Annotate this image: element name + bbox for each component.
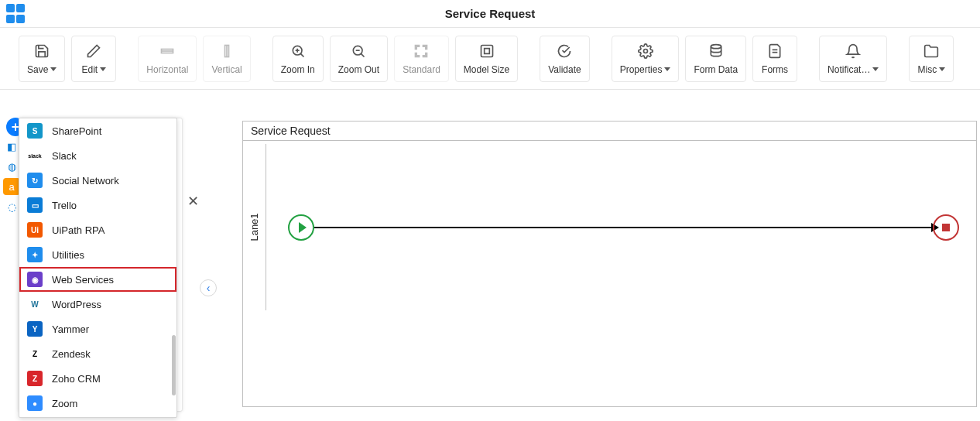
forms-button[interactable]: Forms [752, 36, 797, 82]
dropdown-item-label: Zoom [52, 398, 77, 409]
service-dropdown: SSharePointslackSlack↻Social Network▭Tre… [19, 118, 177, 418]
svg-point-13 [711, 44, 721, 48]
dropdown-item-trello[interactable]: ▭Trello [19, 193, 176, 217]
service-icon: ↻ [27, 173, 43, 188]
dropdown-item-label: SharePoint [52, 125, 101, 137]
vertical-label: Vertical [211, 64, 242, 75]
dropdown-item-yammer[interactable]: YYammer [19, 317, 176, 341]
canvas-title: Service Request [243, 122, 976, 141]
forms-label: Forms [762, 64, 788, 75]
standard-button: Standard [394, 36, 449, 82]
dropdown-item-label: WordPress [52, 299, 101, 310]
save-icon [33, 43, 50, 60]
dropdown-item-utilities[interactable]: ✦Utilities [19, 242, 176, 267]
service-icon: Ui [27, 222, 43, 238]
properties-label: Properties [620, 64, 671, 75]
dropdown-item-zoom[interactable]: ●Zoom [19, 391, 176, 416]
dropdown-item-zoho-crm[interactable]: ZZoho CRM [19, 366, 176, 391]
dropdown-item-slack[interactable]: slackSlack [19, 143, 176, 168]
sequence-flow[interactable] [314, 227, 933, 228]
scrollbar[interactable] [172, 335, 176, 395]
zoom-out-label: Zoom Out [338, 64, 379, 75]
gear-icon [637, 43, 654, 60]
edit-button[interactable]: Edit [71, 36, 116, 82]
standard-label: Standard [403, 64, 440, 75]
edit-icon [85, 43, 102, 60]
rail-icon[interactable]: ◍ [3, 158, 20, 175]
toolbar: Save Edit Horizontal Vertical Zoom In Zo… [0, 28, 980, 90]
start-event-node[interactable] [288, 214, 314, 241]
model-size-icon [478, 43, 495, 60]
form-data-button[interactable]: Form Data [685, 36, 746, 82]
misc-button[interactable]: Misc [909, 36, 954, 82]
rail-icon[interactable]: ◧ [3, 138, 20, 155]
save-button[interactable]: Save [19, 36, 65, 82]
svg-line-5 [300, 53, 303, 56]
validate-icon [556, 43, 573, 60]
svg-point-12 [643, 49, 647, 53]
model-size-label: Model Size [464, 64, 509, 75]
notifications-label: Notificat… [828, 64, 879, 75]
zoom-in-icon [290, 43, 307, 60]
dropdown-item-zendesk[interactable]: ZZendesk [19, 341, 176, 366]
lane-body[interactable] [266, 144, 976, 310]
service-icon: Y [27, 321, 43, 337]
validate-button[interactable]: Validate [540, 36, 589, 82]
work-area: ◩ ◧ ◍ a ◌ + ACTIVITY LIBRARY ✕ SSharePoi… [0, 90, 980, 421]
service-icon: Z [27, 346, 43, 361]
rail-icon[interactable]: ◌ [3, 198, 20, 215]
dropdown-item-wordpress[interactable]: WWordPress [19, 292, 176, 317]
app-launcher-icon[interactable] [6, 4, 26, 24]
lane: Lane1 [243, 144, 976, 310]
standard-icon [413, 43, 430, 60]
vertical-icon [218, 43, 235, 60]
horizontal-label: Horizontal [146, 64, 188, 75]
dropdown-item-label: Yammer [52, 323, 89, 335]
form-data-label: Form Data [694, 64, 738, 75]
page-title: Service Request [445, 7, 536, 20]
save-label: Save [27, 64, 57, 75]
process-canvas[interactable]: Service Request Lane1 [242, 121, 977, 407]
service-icon: ● [27, 395, 43, 411]
zoom-out-button[interactable]: Zoom Out [330, 36, 388, 82]
end-event-node[interactable] [933, 214, 959, 241]
service-icon: ◉ [27, 272, 43, 287]
properties-button[interactable]: Properties [612, 36, 680, 82]
service-icon: Z [27, 371, 43, 386]
folder-icon [923, 43, 940, 60]
rail-icon[interactable]: a [3, 178, 20, 195]
dropdown-item-label: Social Network [52, 175, 119, 187]
close-icon[interactable]: ✕ [187, 193, 199, 210]
dropdown-item-web-services[interactable]: ◉Web Services [19, 267, 176, 292]
dropdown-item-label: Slack [52, 150, 77, 162]
horizontal-icon [159, 43, 176, 60]
dropdown-item-social-network[interactable]: ↻Social Network [19, 168, 176, 193]
service-icon: W [27, 296, 43, 312]
misc-label: Misc [918, 64, 946, 75]
top-header: Service Request [0, 0, 980, 28]
vertical-button: Vertical [203, 36, 250, 82]
dropdown-item-uipath-rpa[interactable]: UiUiPath RPA [19, 217, 176, 242]
service-icon: ✦ [27, 247, 43, 262]
lane-label: Lane1 [248, 213, 260, 241]
collapse-panel-button[interactable]: ‹ [200, 279, 217, 296]
dropdown-item-label: Zendesk [52, 348, 91, 360]
dropdown-item-label: UiPath RPA [52, 224, 105, 236]
dropdown-item-label: Utilities [52, 249, 84, 261]
zoom-out-icon [350, 43, 367, 60]
validate-label: Validate [548, 64, 581, 75]
dropdown-item-label: Zoho CRM [52, 373, 101, 385]
service-icon: S [27, 123, 43, 139]
zoom-in-label: Zoom In [281, 64, 315, 75]
dropdown-item-label: Web Services [52, 274, 114, 286]
edit-label: Edit [82, 64, 107, 75]
dropdown-item-sharepoint[interactable]: SSharePoint [19, 118, 176, 143]
dropdown-item-label: Trello [52, 200, 77, 211]
svg-rect-11 [481, 45, 492, 56]
database-icon [708, 43, 725, 60]
service-icon: ▭ [27, 197, 43, 213]
lane-header[interactable]: Lane1 [243, 144, 266, 310]
model-size-button[interactable]: Model Size [455, 36, 518, 82]
notifications-button[interactable]: Notificat… [819, 36, 887, 82]
zoom-in-button[interactable]: Zoom In [272, 36, 324, 82]
